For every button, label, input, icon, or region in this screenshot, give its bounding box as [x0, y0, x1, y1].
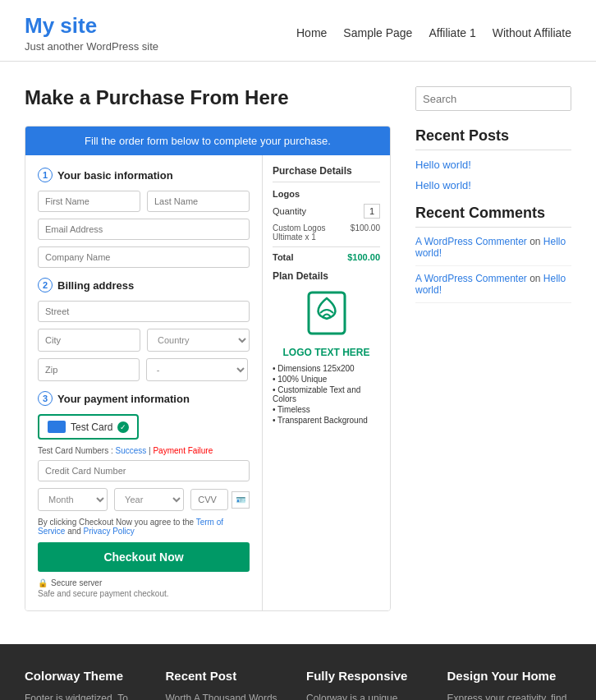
company-input[interactable]	[38, 246, 250, 268]
city-input[interactable]	[38, 329, 140, 352]
search-button[interactable]: 🔍	[567, 87, 571, 110]
search-box: 🔍	[415, 86, 571, 111]
name-row	[38, 191, 250, 212]
step1-num: 1	[38, 168, 53, 182]
email-input[interactable]	[38, 219, 250, 240]
content-area: Make a Purchase From Here Fill the order…	[25, 86, 391, 611]
terms-text: By clicking Checkout Now you agree to th…	[38, 518, 250, 536]
footer-col-2-title: Fully Responsive	[306, 669, 431, 683]
comment-0: A WordPress Commenter on Hello world!	[415, 236, 571, 266]
year-select[interactable]: Year	[114, 488, 184, 511]
custom-item-price: $100.00	[351, 223, 380, 242]
payment-section: 3 Your payment information Test Card ✓ T…	[38, 391, 250, 598]
site-header: My site Just another WordPress site Home…	[0, 0, 596, 62]
payment-method-label: Test Card	[71, 421, 112, 433]
cc-number-input[interactable]	[38, 460, 250, 481]
footer-grid: Colorway Theme Footer is widgetized. To …	[25, 669, 571, 700]
cvv-icon: 🪪	[232, 491, 250, 509]
footer-col-2-text: Colorway is a unique responsive WordPres…	[306, 691, 431, 700]
cc-number-row	[38, 460, 250, 481]
first-name-input[interactable]	[38, 191, 140, 212]
site-tagline: Just another WordPress site	[25, 40, 158, 53]
step2-num: 2	[38, 278, 53, 292]
test-card-label: Test Card Numbers :	[38, 446, 115, 455]
feature-3: Customizable Text and Colors	[273, 385, 380, 404]
sidebar: 🔍 Recent Posts Hello world! Hello world!…	[415, 86, 571, 611]
footer-col-0: Colorway Theme Footer is widgetized. To …	[25, 669, 149, 700]
cc-details-row: Month Year 🪪	[38, 488, 250, 511]
sidebar-post-1[interactable]: Hello world!	[415, 179, 571, 191]
secure-badge: 🔒 Secure server	[38, 578, 250, 587]
nav-affiliate1[interactable]: Affiliate 1	[429, 26, 475, 39]
checkout-body: 1 Your basic information	[25, 155, 390, 610]
product-name: Logos	[273, 189, 380, 199]
zip-row: -	[38, 358, 250, 381]
site-title: My site	[25, 13, 158, 39]
commenter-1[interactable]: A WordPress Commenter	[415, 273, 527, 284]
footer-col-1-title: Recent Post	[166, 669, 291, 683]
search-input[interactable]	[416, 87, 567, 110]
plan-title: Plan Details	[273, 270, 380, 282]
city-country-row: Country	[38, 329, 250, 352]
plan-features: Dimensions 125x200 100% Unique Customiza…	[273, 363, 380, 426]
main-nav: Home Sample Page Affiliate 1 Without Aff…	[296, 26, 571, 39]
feature-2: 100% Unique	[273, 374, 380, 385]
country-select[interactable]: Country	[147, 329, 250, 352]
street-input[interactable]	[38, 301, 250, 322]
nav-home[interactable]: Home	[296, 26, 327, 39]
street-row	[38, 301, 250, 322]
test-failure-link[interactable]: Payment Failure	[153, 446, 213, 455]
feature-4: Timeless	[273, 404, 380, 415]
comment-1: A WordPress Commenter on Hello world!	[415, 273, 571, 303]
logo-text: LOGO TEXT HERE	[273, 347, 380, 358]
cvv-input[interactable]	[190, 489, 228, 510]
feature-5: Transparent Background	[273, 415, 380, 426]
secure-subtext: Safe and secure payment checkout.	[38, 589, 250, 598]
quantity-label: Quantity	[273, 206, 306, 216]
month-select[interactable]: Month	[38, 488, 108, 511]
state-select[interactable]: -	[146, 358, 248, 381]
recent-posts-title: Recent Posts	[415, 127, 571, 150]
form-section: 1 Your basic information	[25, 155, 263, 610]
checkout-box: Fill the order form below to complete yo…	[25, 126, 391, 611]
site-branding: My site Just another WordPress site	[25, 13, 158, 53]
step2-label: Billing address	[57, 279, 134, 292]
checkout-button[interactable]: Checkout Now	[38, 542, 250, 572]
test-success-link[interactable]: Success	[115, 446, 146, 455]
total-amount: $100.00	[347, 252, 380, 262]
checkout-header: Fill the order form below to complete yo…	[25, 127, 390, 155]
page-title: Make a Purchase From Here	[25, 86, 391, 109]
payment-method-selector[interactable]: Test Card ✓	[38, 414, 139, 440]
step1-label: Your basic information	[57, 169, 173, 182]
total-label: Total	[273, 252, 293, 262]
zip-input[interactable]	[38, 358, 140, 381]
step2-title: 2 Billing address	[38, 278, 250, 292]
total-row: Total $100.00	[273, 246, 380, 262]
sidebar-post-0[interactable]: Hello world!	[415, 159, 571, 171]
footer-col-2: Fully Responsive Colorway is a unique re…	[306, 669, 431, 700]
main-container: Make a Purchase From Here Fill the order…	[0, 62, 596, 636]
last-name-input[interactable]	[147, 191, 250, 212]
custom-item-label: Custom Logos Ultimate x 1	[273, 223, 351, 242]
nav-without-affiliate[interactable]: Without Affiliate	[493, 26, 571, 39]
quantity-value: 1	[364, 204, 380, 219]
company-row	[38, 246, 250, 268]
feature-1: Dimensions 125x200	[273, 363, 380, 374]
quantity-row: Quantity 1	[273, 204, 380, 219]
privacy-policy-link[interactable]: Privacy Policy	[84, 527, 135, 536]
nav-sample-page[interactable]: Sample Page	[343, 26, 412, 39]
footer-col-1-text: Worth A Thousand Words Category Hierarch…	[166, 691, 291, 700]
footer-col-3-text: Express your creativity, find inspiratio…	[447, 691, 572, 700]
test-card-numbers: Test Card Numbers : Success | Payment Fa…	[38, 446, 250, 455]
secure-label: Secure server	[51, 578, 102, 587]
recent-comments-section: Recent Comments A WordPress Commenter on…	[415, 205, 571, 303]
recent-comments-title: Recent Comments	[415, 205, 571, 228]
footer-col-3: Design Your Home Express your creativity…	[447, 669, 572, 700]
purchase-section: Purchase Details Logos Quantity 1 Custom…	[263, 155, 390, 610]
check-icon: ✓	[117, 421, 129, 433]
footer-col-0-text: Footer is widgetized. To setup the foote…	[25, 691, 149, 700]
commenter-0[interactable]: A WordPress Commenter	[415, 236, 527, 247]
step3-label: Your payment information	[57, 393, 190, 405]
email-row	[38, 219, 250, 240]
step3-num: 3	[38, 391, 53, 406]
